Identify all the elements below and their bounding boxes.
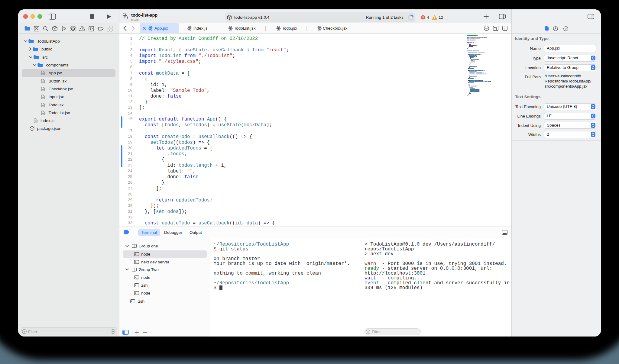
svg-text:?: ? (565, 27, 567, 30)
